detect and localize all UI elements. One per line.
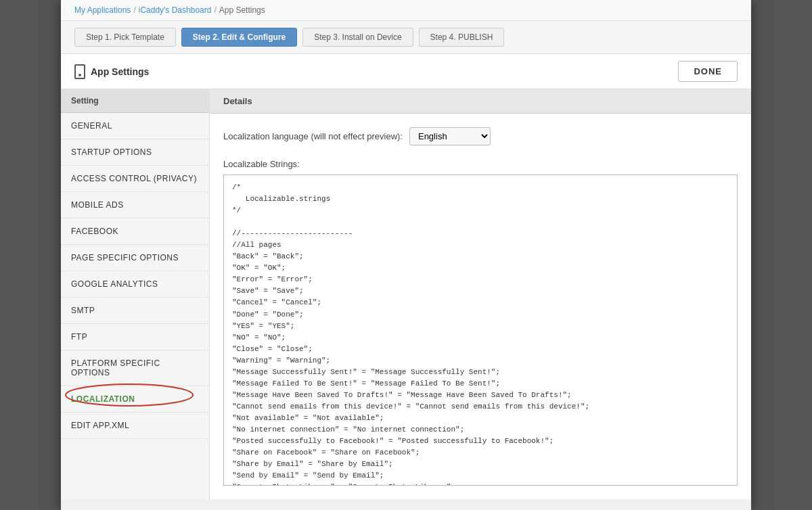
breadcrumb-my-applications[interactable]: My Applications (74, 5, 131, 15)
browser-frame: My Applications / iCaddy's Dashboard / A… (61, 0, 751, 510)
localizable-strings-label: Localizable Strings: (223, 159, 738, 169)
breadcrumb-icaddy-dashboard[interactable]: iCaddy's Dashboard (139, 5, 212, 15)
sidebar-item-general[interactable]: GENERAL (61, 113, 209, 139)
localization-language-label: Localization language (will not effect p… (223, 131, 403, 141)
done-button[interactable]: DONE (678, 61, 738, 82)
sidebar-item-startup-options[interactable]: STARTUP OPTIONS (61, 139, 209, 166)
localization-label: LOCALIZATION (71, 394, 135, 404)
sidebar-item-access-control[interactable]: ACCESS CONTROL (PRIVACY) (61, 166, 209, 192)
sidebar-item-localization[interactable]: LOCALIZATION (61, 386, 209, 413)
sidebar-item-facebook[interactable]: FACEBOOK (61, 218, 209, 245)
localization-language-row: Localization language (will not effect p… (223, 127, 738, 145)
localizable-strings-content[interactable]: /* Localizable.strings */ //------------… (223, 175, 738, 486)
sidebar-item-smtp[interactable]: SMTP (61, 298, 209, 324)
breadcrumb-sep-1: / (133, 5, 135, 15)
breadcrumb-sep-2: / (214, 5, 216, 15)
sidebar-header: Setting (61, 89, 209, 113)
phone-icon (74, 64, 85, 79)
step1-button[interactable]: Step 1. Pick Template (74, 28, 176, 47)
app-settings-header: App Settings DONE (61, 54, 751, 89)
sidebar-item-google-analytics[interactable]: GOOGLE ANALYTICS (61, 271, 209, 298)
details-header: Details (210, 89, 751, 114)
breadcrumb-current: App Settings (219, 5, 265, 15)
sidebar: Setting GENERAL STARTUP OPTIONS ACCESS C… (61, 89, 210, 499)
step2-button[interactable]: Step 2. Edit & Configure (181, 28, 297, 47)
main-content: Setting GENERAL STARTUP OPTIONS ACCESS C… (61, 89, 751, 499)
steps-bar: Step 1. Pick Template Step 2. Edit & Con… (61, 21, 751, 54)
step4-button[interactable]: Step 4. PUBLISH (419, 28, 505, 47)
sidebar-item-platform-specific[interactable]: PLATFORM SPECIFIC OPTIONS (61, 350, 209, 386)
sidebar-item-edit-app-xml[interactable]: EDIT APP.XML (61, 413, 209, 439)
app-settings-title: App Settings (74, 64, 149, 79)
breadcrumb-bar: My Applications / iCaddy's Dashboard / A… (61, 0, 751, 21)
sidebar-item-ftp[interactable]: FTP (61, 324, 209, 350)
language-select[interactable]: English French German Spanish Italian Po… (409, 127, 491, 145)
sidebar-item-mobile-ads[interactable]: MOBILE ADS (61, 192, 209, 218)
app-settings-label: App Settings (91, 66, 149, 77)
sidebar-item-page-specific[interactable]: PAGE SPECIFIC OPTIONS (61, 245, 209, 271)
step3-button[interactable]: Step 3. Install on Device (302, 28, 413, 47)
details-pane: Details Localization language (will not … (210, 89, 751, 499)
